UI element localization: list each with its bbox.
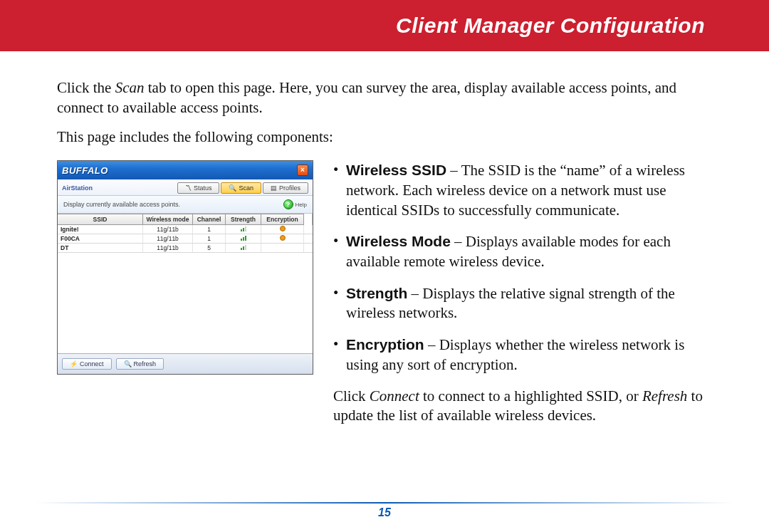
header-band: Client Manager Configuration (0, 0, 769, 51)
brand-logo: BUFFALO (62, 165, 108, 176)
component-bullets: Wireless SSID – The SSID is the “name” o… (333, 160, 712, 426)
table-row[interactable]: DT 11g/11b 5 (58, 244, 313, 253)
bullet-encryption: Encryption – Displays whether the wirele… (333, 335, 712, 375)
product-name: AirStation (62, 184, 93, 192)
document-page: Client Manager Configuration Click the S… (0, 0, 769, 532)
cell-encryption (261, 225, 304, 234)
col-channel[interactable]: Channel (193, 214, 226, 225)
clientmanager-screenshot: BUFFALO × AirStation 〽 Status 🔍 Scan (57, 160, 313, 375)
intro-p1-post: tab to open this page. Here, you can sur… (57, 79, 676, 116)
refresh-button[interactable]: 🔍 Refresh (116, 358, 164, 370)
signal-bars-icon (241, 226, 246, 231)
col-strength[interactable]: Strength (226, 214, 261, 225)
bullet-wireless-ssid: Wireless SSID – The SSID is the “name” o… (333, 160, 712, 220)
connect-word: Connect (370, 387, 419, 405)
body-area: Click the Scan tab to open this page. He… (0, 51, 769, 426)
cell-channel: 1 (193, 234, 226, 243)
cell-mode: 11g/11b (143, 234, 193, 243)
signal-bars-icon (241, 235, 246, 241)
scan-word: Scan (115, 79, 145, 96)
term: Encryption (346, 336, 424, 353)
search-icon: 🔍 (229, 184, 236, 192)
refresh-label: Refresh (134, 360, 157, 367)
connect-label: Connect (80, 360, 104, 367)
bullet-strength: Strength – Displays the relative signal … (333, 283, 712, 323)
after-mid: to connect to a highlighted SSID, or (419, 387, 642, 405)
cell-ssid: Ignite! (58, 225, 143, 234)
cell-mode: 11g/11b (143, 225, 193, 234)
connect-button[interactable]: ⚡ Connect (62, 358, 112, 370)
term: Strength (346, 285, 407, 301)
cell-mode: 11g/11b (143, 244, 193, 252)
two-column-layout: BUFFALO × AirStation 〽 Status 🔍 Scan (57, 160, 712, 426)
cell-strength (226, 244, 261, 252)
col-ssid[interactable]: SSID (58, 214, 143, 225)
intro-p1-pre: Click the (57, 79, 115, 96)
page-title: Client Manager Configuration (396, 14, 705, 38)
table-body: Ignite! 11g/11b 1 F00CA 11g/11b 1 (58, 225, 313, 353)
product-subheader: AirStation 〽 Status 🔍 Scan ▤ Profiles (58, 179, 313, 196)
tab-profiles[interactable]: ▤ Profiles (263, 182, 308, 194)
col-encryption[interactable]: Encryption (261, 214, 304, 225)
toolbar-caption: Display currently available access point… (63, 201, 180, 208)
help-icon[interactable]: ? (283, 199, 293, 209)
cell-strength (226, 234, 261, 243)
window-titlebar: BUFFALO × (58, 161, 313, 179)
refresh-word: Refresh (642, 387, 687, 405)
table-row[interactable]: Ignite! 11g/11b 1 (58, 225, 313, 234)
toolbar-caption-row: Display currently available access point… (58, 196, 313, 214)
tab-status-label: Status (194, 184, 212, 192)
term: Wireless SSID (346, 162, 446, 178)
after-bullets-paragraph: Click Connect to connect to a highlighte… (333, 387, 712, 426)
lock-icon (280, 226, 286, 231)
tab-status[interactable]: 〽 Status (177, 182, 220, 194)
cell-ssid: DT (58, 244, 143, 252)
refresh-icon: 🔍 (124, 360, 132, 367)
footer-rule (36, 502, 733, 504)
cell-channel: 1 (193, 225, 226, 234)
status-icon: 〽 (185, 184, 192, 192)
bullet-list: Wireless SSID – The SSID is the “name” o… (333, 160, 712, 375)
cell-strength (226, 225, 261, 234)
screenshot-footer: ⚡ Connect 🔍 Refresh (58, 353, 313, 374)
bullet-wireless-mode: Wireless Mode – Displays available modes… (333, 231, 712, 271)
product-name-main: AirStation (62, 184, 93, 192)
cell-channel: 5 (193, 244, 226, 252)
cell-encryption (261, 244, 304, 252)
cell-encryption (261, 234, 304, 243)
close-icon[interactable]: × (297, 165, 308, 176)
lock-icon (280, 235, 286, 241)
intro-paragraph-1: Click the Scan tab to open this page. He… (57, 78, 712, 118)
signal-bars-icon (241, 244, 246, 250)
profiles-icon: ▤ (271, 184, 277, 192)
cell-ssid: F00CA (58, 234, 143, 243)
page-number: 15 (0, 506, 769, 519)
tab-scan-label: Scan (239, 184, 253, 192)
table-row[interactable]: F00CA 11g/11b 1 (58, 234, 313, 244)
intro-paragraph-2: This page includes the following compone… (57, 127, 712, 147)
tab-scan[interactable]: 🔍 Scan (221, 182, 261, 194)
col-mode[interactable]: Wireless mode (143, 214, 193, 225)
term: Wireless Mode (346, 233, 451, 249)
bolt-icon: ⚡ (70, 360, 78, 367)
help-label: Help (295, 202, 307, 208)
table-header-row: SSID Wireless mode Channel Strength Encr… (58, 214, 313, 225)
tab-profiles-label: Profiles (279, 184, 300, 192)
after-pre: Click (333, 387, 370, 405)
